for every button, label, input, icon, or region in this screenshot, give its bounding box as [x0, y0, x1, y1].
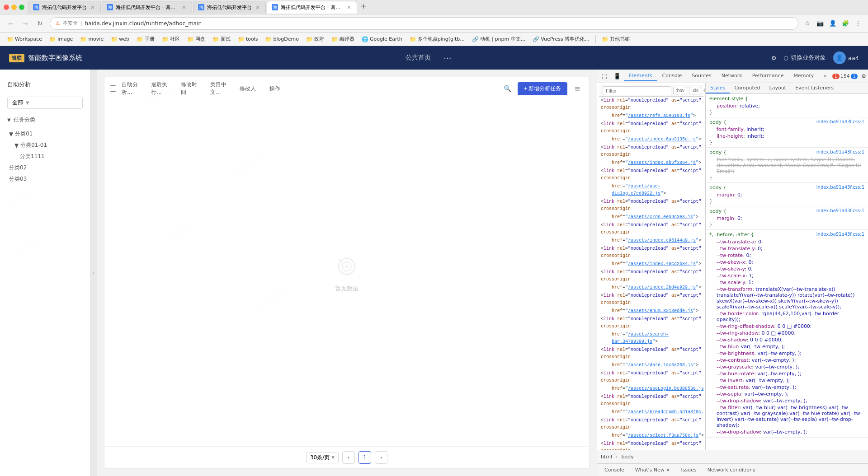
html-line[interactable]: <link rel="modulepreload" as="script" cr… — [599, 292, 703, 307]
forward-button[interactable]: → — [19, 17, 32, 30]
html-line[interactable]: href="/assets/enum.8213edde.js"> — [599, 307, 703, 315]
devtools-tab-memory[interactable]: Memory — [789, 71, 818, 81]
tree-item-cat02[interactable]: 分类02 — [4, 162, 90, 173]
bookmark-web[interactable]: 📁 web — [108, 35, 132, 44]
bookmarks-star-btn[interactable]: ☆ — [802, 18, 813, 29]
bookmark-ping[interactable]: 📁 多个地点ping(gitb... — [406, 34, 468, 44]
style-source[interactable]: index.ba91a43f.css:1 — [816, 149, 864, 156]
notif-tab-issues[interactable]: Issues — [678, 466, 700, 474]
prev-page-button[interactable]: ‹ — [342, 451, 355, 464]
sidebar-collapse-handle[interactable]: ‹ — [90, 70, 97, 476]
new-tab-button[interactable]: + — [358, 1, 369, 12]
cls-button[interactable]: .cls — [689, 87, 701, 94]
html-line[interactable]: href="/assets/index.ab6f3894.js"> — [599, 159, 703, 167]
tree-item-cat03[interactable]: 分类03 — [4, 173, 90, 185]
bookmark-netdisk[interactable]: 📁 网盘 — [184, 34, 208, 44]
html-line[interactable]: href="/assets/cron.ee59c3e3.js"> — [599, 213, 703, 221]
category-filter-select[interactable]: 全部 ▼ — [7, 97, 83, 109]
address-input[interactable]: ⚠ 不安全 | haida.dev.jinxin.cloud/runtime/a… — [50, 17, 798, 30]
bookmark-compiler[interactable]: 📁 编译器 — [328, 34, 358, 44]
html-line[interactable]: <link rel="modulepreload" as="script" cr… — [599, 440, 703, 450]
screenshot-btn[interactable]: 📷 — [815, 18, 826, 29]
tab-3[interactable]: 海 海拓低代码开发平台 × — [193, 1, 266, 14]
html-line[interactable]: href="/assets/date.1ac6a208.js"> — [599, 361, 703, 369]
devtools-tab-elements[interactable]: Elements — [624, 71, 656, 81]
devtools-tab-performance[interactable]: Performance — [748, 71, 788, 81]
style-source[interactable]: index.ba91a43f.css:1 — [816, 232, 864, 238]
html-line[interactable]: <link rel="modulepreload" as="script" cr… — [599, 346, 703, 361]
styles-tab-layout[interactable]: Layout — [765, 83, 791, 93]
tab-close-2[interactable]: × — [181, 4, 187, 10]
html-line[interactable]: <link rel="modulepreload" as="script" cr… — [599, 120, 703, 135]
style-source[interactable]: index.ba91a43f.css:1 — [816, 185, 864, 191]
reload-button[interactable]: ↻ — [33, 17, 46, 30]
bookmark-google-earth[interactable]: 🌐 Google Earth — [359, 35, 406, 44]
back-button[interactable]: ← — [5, 17, 17, 30]
html-line[interactable]: href="/assets/refs.a596193.js"> — [599, 112, 703, 120]
html-line[interactable]: <link rel="modulepreload" as="script" cr… — [599, 369, 703, 385]
select-all-checkbox[interactable] — [110, 85, 116, 92]
more-options-btn[interactable]: ⋮ — [853, 18, 863, 29]
tree-item-cat01[interactable]: ▼ 分类01 — [4, 128, 90, 140]
profile-btn[interactable]: 👤 — [827, 18, 838, 29]
devtools-tab-sources[interactable]: Sources — [687, 71, 716, 81]
html-line[interactable]: href="/assets/index.40cd2b84.js"> — [599, 260, 703, 268]
breadcrumb-body[interactable]: body — [621, 454, 633, 460]
notif-tab-console[interactable]: Console — [601, 466, 628, 474]
style-source[interactable]: index.ba91a43f.css:1 — [816, 208, 864, 215]
bookmark-movie[interactable]: 📁 movie — [77, 35, 107, 44]
html-line[interactable]: href="/assets/use-dialog.c7ed8922.js"> — [599, 182, 703, 198]
add-analysis-task-button[interactable]: + 新增分析任务 — [518, 82, 567, 95]
html-line[interactable]: <link rel="modulepreload" as="script" cr… — [599, 221, 703, 237]
switch-business-btn[interactable]: ○ 切换业务对象 — [783, 54, 826, 62]
bookmark-image[interactable]: 📁 image — [46, 35, 76, 44]
sidebar-section-task[interactable]: ▼ 任务分类 — [0, 113, 90, 126]
notif-tab-network[interactable]: Network conditions — [704, 466, 759, 474]
minimize-window-btn[interactable] — [11, 5, 17, 10]
devtools-tab-more[interactable]: » — [819, 71, 831, 81]
html-line[interactable]: <link rel="modulepreload" as="script" cr… — [599, 144, 703, 159]
tab-1[interactable]: 海 海拓低代码开发平台 × — [28, 1, 101, 14]
bookmark-gov[interactable]: 📁 政府 — [303, 34, 327, 44]
style-source[interactable]: index.ba91a43f.css:1 — [816, 119, 864, 126]
bookmark-other[interactable]: 📁 其他书签 — [599, 34, 633, 44]
maximize-window-btn[interactable] — [19, 5, 24, 10]
html-line[interactable]: <link rel="modulepreload" as="script" cr… — [599, 315, 703, 331]
tab-close-1[interactable]: × — [90, 4, 96, 10]
bookmark-tools[interactable]: 📁 tools — [235, 35, 261, 44]
table-settings-btn[interactable]: ≡ — [571, 82, 584, 95]
html-line[interactable]: <link rel="modulepreload" as="script" cr… — [599, 97, 703, 112]
html-line[interactable]: <link rel="modulepreload" as="script" cr… — [599, 416, 703, 432]
styles-tab-events[interactable]: Event Listeners — [791, 83, 838, 93]
tab-close-4[interactable]: × — [346, 4, 352, 10]
tree-item-cat1111[interactable]: 分类1111 — [4, 151, 90, 162]
breadcrumb-html[interactable]: html — [601, 454, 612, 460]
html-line[interactable]: href="/assets/select.f3aa758e.js"> — [599, 432, 703, 440]
html-line[interactable]: href="/assets/search-bar.34799399.js"> — [599, 331, 703, 346]
tab-4[interactable]: 海 海拓低代码开发平台 - 调试时 × — [267, 1, 357, 14]
bookmark-interview[interactable]: 📁 面试 — [209, 34, 234, 44]
next-page-button[interactable]: › — [375, 451, 387, 464]
html-line[interactable]: <link rel="modulepreload" as="script" cr… — [599, 167, 703, 182]
search-button[interactable]: 🔍 — [501, 82, 514, 95]
html-line[interactable]: href="/assets/breadcrumb.bd1a8f8c.js"> — [599, 408, 703, 416]
html-line[interactable]: <link rel="modulepreload" as="script" cr… — [599, 268, 703, 284]
nav-more-btn[interactable]: ··· — [443, 53, 451, 63]
devtools-settings-btn[interactable]: ⚙ — [859, 71, 868, 81]
hov-button[interactable]: :hov — [673, 87, 687, 94]
bookmark-vuepress[interactable]: 🔗 VuePress 博客优化... — [529, 34, 592, 44]
close-window-btn[interactable] — [4, 5, 9, 10]
html-line[interactable]: <link rel="modulepreload" as="script" cr… — [599, 198, 703, 213]
settings-btn[interactable]: ⚙ — [771, 55, 777, 61]
tree-item-cat01-01[interactable]: ▼ 分类01-01 — [4, 140, 90, 151]
html-line[interactable]: href="/assets/index.2bd4a929.js"> — [599, 284, 703, 292]
devtools-device-icon[interactable]: 📱 — [611, 71, 623, 81]
html-line[interactable]: href="/assets/useLogin.bc30853e.js"> — [599, 385, 703, 393]
user-avatar-btn[interactable]: 👤 aa4 — [833, 51, 859, 64]
nav-item-home[interactable]: 公共首页 — [402, 52, 434, 64]
html-line[interactable]: href="/assets/index.e96144a9.js"> — [599, 237, 703, 245]
tab-2[interactable]: 海 海拓低代码开发平台 - 调试时 × — [102, 1, 192, 14]
devtools-inspect-icon[interactable]: ⬚ — [599, 71, 610, 81]
devtools-tab-console[interactable]: Console — [658, 71, 687, 81]
notif-tab-whatsnew[interactable]: What's New × — [632, 466, 674, 474]
